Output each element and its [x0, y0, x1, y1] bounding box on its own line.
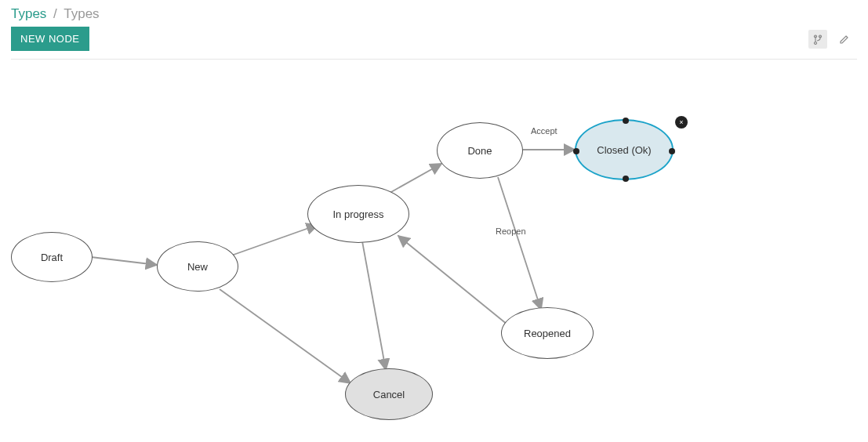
svg-line-4	[498, 177, 541, 310]
node-new[interactable]: New	[157, 241, 238, 292]
svg-line-2	[384, 164, 441, 196]
node-label: New	[187, 261, 208, 273]
svg-line-1	[231, 225, 318, 255]
node-in-progress[interactable]: In progress	[307, 185, 409, 243]
resize-handle-top[interactable]	[623, 118, 629, 124]
breadcrumb-root[interactable]: Types	[11, 6, 46, 21]
node-label: In progress	[332, 208, 383, 220]
node-label: Reopened	[524, 328, 571, 339]
svg-line-6	[220, 289, 350, 383]
right-toolbar	[808, 30, 857, 49]
breadcrumb-sep: /	[53, 6, 57, 21]
new-node-button[interactable]: NEW NODE	[11, 27, 89, 51]
breadcrumb-current: Types	[64, 6, 99, 21]
resize-handle-bottom[interactable]	[623, 176, 629, 182]
branch-icon[interactable]	[808, 30, 827, 49]
node-label: Done	[467, 145, 492, 157]
node-label: Closed (Ok)	[597, 144, 651, 156]
resize-handle-left[interactable]	[573, 148, 579, 154]
workflow-canvas[interactable]: Accept Reopen Draft New In progress Done…	[0, 60, 868, 442]
close-icon[interactable]: ×	[675, 116, 688, 129]
edges-layer	[0, 60, 868, 442]
node-label: Draft	[41, 252, 63, 263]
svg-line-7	[362, 241, 386, 370]
node-reopened[interactable]: Reopened	[501, 307, 594, 359]
node-cancel[interactable]: Cancel	[345, 368, 433, 420]
node-done[interactable]: Done	[437, 122, 523, 179]
svg-line-0	[91, 257, 157, 265]
edge-label-reopen: Reopen	[496, 226, 526, 236]
edit-icon[interactable]	[835, 30, 854, 49]
edge-label-accept: Accept	[531, 126, 557, 136]
node-label: Cancel	[373, 389, 405, 400]
breadcrumb: Types / Types	[11, 6, 857, 22]
node-closed-ok[interactable]: Closed (Ok) ×	[575, 119, 674, 180]
svg-line-5	[398, 236, 507, 324]
node-draft[interactable]: Draft	[11, 232, 93, 282]
resize-handle-right[interactable]	[669, 148, 675, 154]
